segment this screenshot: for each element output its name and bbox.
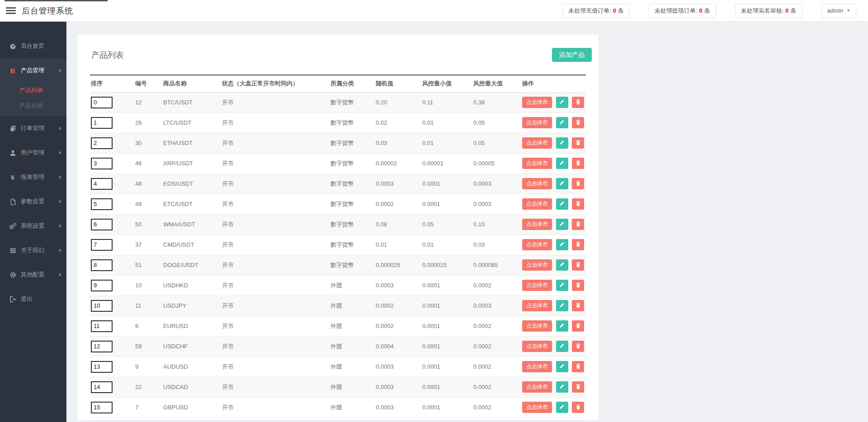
cell-product-name: GBPUSD <box>162 397 221 417</box>
delete-button[interactable] <box>572 300 584 311</box>
cell-status: 开市 <box>221 92 330 113</box>
close-market-button[interactable]: 点击休市 <box>522 198 552 210</box>
edit-button[interactable] <box>556 361 568 372</box>
close-market-button[interactable]: 点击休市 <box>522 178 552 189</box>
sidebar-item-users[interactable]: 用户管理 <box>0 141 66 165</box>
sort-order-input[interactable] <box>91 178 113 190</box>
sidebar-item-home[interactable]: 后台首页 <box>0 34 66 58</box>
edit-button[interactable] <box>556 178 568 189</box>
edit-button[interactable] <box>556 300 568 311</box>
close-market-button[interactable]: 点击休市 <box>522 300 552 311</box>
cell-status: 开市 <box>221 214 330 234</box>
delete-button[interactable] <box>572 320 584 332</box>
close-market-button[interactable]: 点击休市 <box>522 259 552 271</box>
badge-label: 未处理充值订单: <box>568 7 611 15</box>
pencil-icon <box>559 343 565 350</box>
cell-id: 10 <box>134 275 162 295</box>
page-title: 产品列表 <box>91 50 124 61</box>
sidebar-item-orders[interactable]: 订单管理 <box>0 116 66 141</box>
sidebar-item-params[interactable]: 参数设置 <box>0 189 66 214</box>
edit-button[interactable] <box>556 381 568 393</box>
sort-order-input[interactable] <box>91 219 113 230</box>
delete-button[interactable] <box>572 97 584 108</box>
close-market-button[interactable]: 点击休市 <box>522 239 552 250</box>
delete-button[interactable] <box>572 219 584 230</box>
delete-button[interactable] <box>572 280 584 291</box>
user-icon <box>9 150 17 156</box>
edit-button[interactable] <box>556 280 568 291</box>
sidebar-item-system[interactable]: 系统设置 <box>0 214 66 238</box>
delete-button[interactable] <box>572 402 584 413</box>
close-market-button[interactable]: 点击休市 <box>522 381 552 393</box>
edit-button[interactable] <box>556 158 568 169</box>
delete-button[interactable] <box>572 158 584 169</box>
sort-order-input[interactable] <box>91 137 113 149</box>
sort-order-input[interactable] <box>91 320 113 332</box>
delete-button[interactable] <box>572 137 584 149</box>
table-wrapper: 排序编号商品名称状态（大盘正常开市时间内）所属分类随机值风控最小值风控最大值操作… <box>90 75 586 418</box>
add-product-button[interactable]: 添加产品 <box>552 48 592 62</box>
edit-button[interactable] <box>556 320 568 332</box>
close-market-button[interactable]: 点击休市 <box>522 219 552 230</box>
sort-order-input[interactable] <box>91 341 113 352</box>
edit-button[interactable] <box>556 259 568 271</box>
sort-order-input[interactable] <box>91 300 113 312</box>
sort-order-input[interactable] <box>91 198 113 210</box>
delete-button[interactable] <box>572 198 584 210</box>
cell-product-name: ETH/USDT <box>162 133 221 153</box>
edit-button[interactable] <box>556 219 568 230</box>
close-market-button[interactable]: 点击休市 <box>522 117 552 128</box>
close-market-button[interactable]: 点击休市 <box>522 402 552 413</box>
close-market-button[interactable]: 点击休市 <box>522 137 552 149</box>
sidebar-item-about[interactable]: 关于我们 <box>0 238 66 263</box>
sort-order-input[interactable] <box>91 280 113 291</box>
sort-order-input[interactable] <box>91 361 113 373</box>
sort-order-input[interactable] <box>91 239 113 251</box>
edit-button[interactable] <box>556 239 568 250</box>
pending-badge-1[interactable]: 未处理提现订单: 0 条 <box>649 4 716 18</box>
sort-order-input[interactable] <box>91 402 113 413</box>
delete-button[interactable] <box>572 361 584 372</box>
edit-button[interactable] <box>556 97 568 108</box>
close-market-button[interactable]: 点击休市 <box>522 341 552 352</box>
sidebar-subitem-products-0[interactable]: 产品列表 <box>0 83 66 98</box>
delete-button[interactable] <box>572 178 584 189</box>
edit-button[interactable] <box>556 402 568 413</box>
close-market-button[interactable]: 点击休市 <box>522 280 552 291</box>
edit-button[interactable] <box>556 198 568 210</box>
menu-toggle-icon[interactable] <box>6 7 16 14</box>
delete-button[interactable] <box>572 341 584 352</box>
delete-button[interactable] <box>572 239 584 250</box>
close-market-button[interactable]: 点击休市 <box>522 97 552 108</box>
sort-order-input[interactable] <box>91 259 113 271</box>
pending-badge-2[interactable]: 未处理实名审核: 0 条 <box>735 4 802 18</box>
close-market-button[interactable]: 点击休市 <box>522 361 552 372</box>
cell-risk-max: 0.0003 <box>472 173 521 194</box>
sort-order-input[interactable] <box>91 381 113 393</box>
cell-random: 0.08 <box>375 214 421 234</box>
cell-category: 數字貨幣 <box>330 214 375 234</box>
sidebar-item-other[interactable]: 其他配置 <box>0 263 66 287</box>
pending-badge-0[interactable]: 未处理充值订单: 0 条 <box>562 4 630 18</box>
edit-button[interactable] <box>556 137 568 149</box>
sidebar-item-products[interactable]: Ƀ 产品管理 <box>0 58 66 83</box>
edit-button[interactable] <box>556 117 568 128</box>
delete-button[interactable] <box>572 259 584 271</box>
close-market-button[interactable]: 点击休市 <box>522 320 552 332</box>
delete-button[interactable] <box>572 381 584 393</box>
sort-order-input[interactable] <box>91 97 113 108</box>
sidebar-item-logout[interactable]: 退出 <box>0 287 66 311</box>
delete-button[interactable] <box>572 117 584 128</box>
close-market-button[interactable]: 点击休市 <box>522 158 552 169</box>
sort-order-input[interactable] <box>91 117 113 129</box>
sort-order-input[interactable] <box>91 158 113 169</box>
admin-dropdown[interactable]: admin <box>821 4 856 18</box>
cell-random: 0.0002 <box>375 295 421 316</box>
sidebar-subitem-products-1[interactable]: 产品分类 <box>0 98 66 113</box>
pencil-icon <box>559 99 565 106</box>
cell-random: 0.02 <box>375 113 421 133</box>
sidebar-item-reports[interactable]: ¥ 报表管理 <box>0 165 66 189</box>
yen-icon: ¥ <box>9 174 17 181</box>
edit-button[interactable] <box>556 341 568 352</box>
cell-risk-max: 0.10 <box>472 214 521 234</box>
